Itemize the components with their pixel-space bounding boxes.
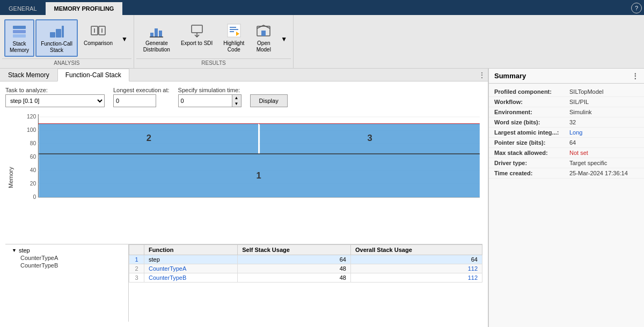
generate-distribution-icon <box>148 22 165 39</box>
tree-arrow: ▼ <box>12 248 17 253</box>
tree-child-1[interactable]: CounterTypeB <box>8 262 126 269</box>
summary-more-button[interactable]: ⋮ <box>632 72 639 80</box>
col-overall: Overall Stack Usage <box>351 245 482 255</box>
stack-table: Function Self Stack Usage Overall Stack … <box>129 244 482 283</box>
left-panel: Stack Memory Function-Call Stack ⋮ Task … <box>0 69 488 327</box>
col-function: Function <box>144 245 238 255</box>
summary-row: Profiled component:SILTopModel <box>489 87 644 97</box>
analysis-dropdown[interactable]: ▼ <box>120 34 129 44</box>
highlight-code-label: HighlightCode <box>223 40 244 53</box>
stack-memory-button[interactable]: StackMemory <box>4 19 34 57</box>
highlight-code-button[interactable]: HighlightCode <box>218 19 249 56</box>
function-call-stack-button[interactable]: Function-CallStack <box>35 19 78 57</box>
table-cell-function: step <box>144 255 238 264</box>
svg-text:1: 1 <box>256 170 261 180</box>
function-call-stack-label: Function-CallStack <box>41 41 72 54</box>
summary-value: Target specific <box>569 160 607 166</box>
tab-function-call-stack[interactable]: Function-Call Stack <box>57 69 129 81</box>
table-cell-function: CounterTypeA <box>144 264 238 273</box>
svg-text:2: 2 <box>147 133 151 143</box>
table-cell-self: 48 <box>238 273 351 283</box>
svg-rect-0 <box>13 26 26 29</box>
svg-rect-5 <box>62 26 64 38</box>
svg-text:0: 0 <box>33 194 36 200</box>
controls-row: Task to analyze: step [0.1 0] Longest ex… <box>5 87 482 107</box>
results-section: GenerateDistribution Export to SDI <box>134 15 294 68</box>
analysis-label: ANALYSIS <box>2 58 131 66</box>
main-content: Stack Memory Function-Call Stack ⋮ Task … <box>0 69 644 327</box>
display-button[interactable]: Display <box>250 94 288 107</box>
summary-row: Max stack allowed:Not set <box>489 148 644 158</box>
analysis-buttons: StackMemory Function-CallStack <box>2 17 131 58</box>
summary-row: Workflow:SIL/PIL <box>489 97 644 107</box>
summary-row: Word size (bits):32 <box>489 117 644 128</box>
spinbox-up[interactable]: ▲ <box>232 95 241 101</box>
summary-row: Largest atomic integ...:Long <box>489 128 644 138</box>
svg-text:100: 100 <box>27 127 36 133</box>
svg-text:3: 3 <box>367 133 372 143</box>
svg-rect-16 <box>228 24 240 37</box>
svg-rect-4 <box>56 29 61 38</box>
table-row[interactable]: 1step6464 <box>129 255 482 264</box>
tab-general[interactable]: GENERAL <box>0 2 46 15</box>
table-cell-self: 48 <box>238 264 351 273</box>
generate-distribution-button[interactable]: GenerateDistribution <box>138 19 175 56</box>
tree-root-item[interactable]: ▼ step <box>8 247 126 254</box>
tab-memory-profiling[interactable]: MEMORY PROFILING <box>46 2 123 15</box>
open-model-button[interactable]: OpenModel <box>250 19 277 56</box>
table-cell-overall: 112 <box>351 264 482 273</box>
tree-panel: ▼ step CounterTypeA CounterTypeB <box>5 244 129 322</box>
svg-text:80: 80 <box>30 140 36 146</box>
function-call-stack-icon <box>48 23 65 40</box>
table-cell-num: 2 <box>129 264 144 273</box>
summary-key: Driver type: <box>494 160 569 166</box>
col-num <box>129 245 144 255</box>
summary-key: Pointer size (bits): <box>494 139 569 146</box>
open-model-label: OpenModel <box>257 40 271 53</box>
subtab-more-button[interactable]: ⋮ <box>478 71 486 79</box>
summary-key: Time created: <box>494 170 569 176</box>
toolbar: StackMemory Function-CallStack <box>0 15 644 69</box>
summary-row: Driver type:Target specific <box>489 158 644 168</box>
comparison-button[interactable]: Comparison <box>79 19 118 49</box>
summary-header: Summary ⋮ <box>489 69 644 84</box>
svg-rect-1 <box>13 30 26 33</box>
export-to-sdi-button[interactable]: Export to SDI <box>176 19 217 49</box>
summary-key: Word size (bits): <box>494 119 569 125</box>
analysis-section: StackMemory Function-CallStack <box>0 15 134 68</box>
simtime-spinbox: ▲ ▼ <box>178 94 241 107</box>
longest-input[interactable] <box>113 94 156 107</box>
task-select[interactable]: step [0.1 0] <box>5 94 105 107</box>
svg-rect-11 <box>155 28 158 37</box>
spinbox-buttons: ▲ ▼ <box>232 94 241 107</box>
help-button[interactable]: ? <box>631 3 642 13</box>
summary-value: Simulink <box>569 109 592 115</box>
tree-root-label: step <box>19 247 30 254</box>
generate-distribution-label: GenerateDistribution <box>143 40 170 53</box>
simtime-input[interactable] <box>178 94 232 107</box>
summary-value: Long <box>569 129 582 136</box>
summary-value: 32 <box>569 119 576 125</box>
chart-container: Memory 0 20 40 <box>5 112 482 244</box>
results-buttons: GenerateDistribution Export to SDI <box>136 17 291 58</box>
results-dropdown[interactable]: ▼ <box>279 34 289 44</box>
summary-key: Profiled component: <box>494 88 569 95</box>
svg-rect-14 <box>192 25 202 33</box>
chart-inner: 0 20 40 60 80 100 120 <box>16 112 482 244</box>
summary-title: Summary <box>494 72 526 80</box>
svg-text:40: 40 <box>30 167 36 173</box>
table-row[interactable]: 2CounterTypeA48112 <box>129 264 482 273</box>
spinbox-down[interactable]: ▼ <box>232 101 241 107</box>
export-to-sdi-label: Export to SDI <box>181 40 213 47</box>
comparison-label: Comparison <box>84 40 113 47</box>
stack-memory-label: StackMemory <box>10 41 29 54</box>
tab-stack-memory[interactable]: Stack Memory <box>0 69 57 81</box>
table-row[interactable]: 3CounterTypeB48112 <box>129 273 482 283</box>
table-cell-num: 3 <box>129 273 144 283</box>
task-control: Task to analyze: step [0.1 0] <box>5 87 105 107</box>
y-axis-label: Memory <box>5 112 16 244</box>
summary-key: Max stack allowed: <box>494 150 569 156</box>
chart-svg: 0 20 40 60 80 100 120 <box>16 112 482 205</box>
stack-memory-icon <box>11 23 28 40</box>
tree-child-0[interactable]: CounterTypeA <box>8 254 126 262</box>
